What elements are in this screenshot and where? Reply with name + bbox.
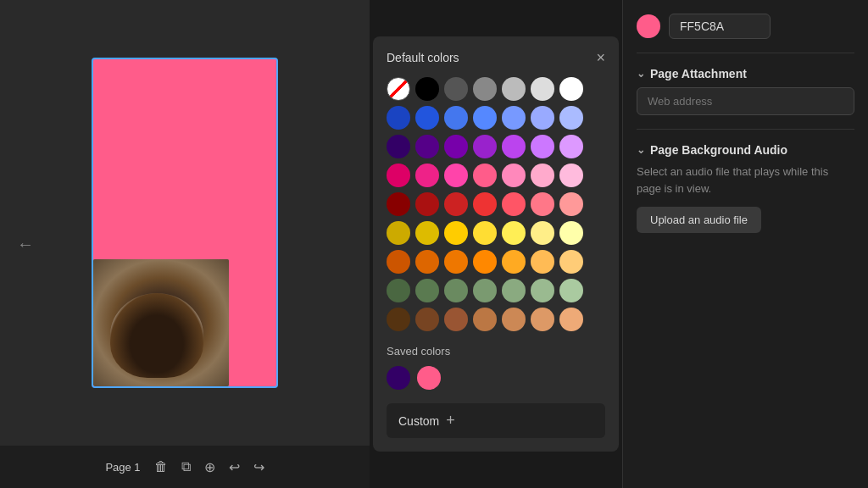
color-swatch-blue-royal[interactable]: [473, 106, 497, 130]
color-swatch-purple-pale[interactable]: [559, 135, 583, 158]
canvas-image: [93, 259, 229, 386]
color-swatch-pink-light[interactable]: [531, 164, 554, 187]
color-swatch-red-deep[interactable]: [415, 192, 439, 216]
color-swatch-brown-warm[interactable]: [444, 308, 468, 331]
delete-icon[interactable]: 🗑: [154, 459, 168, 474]
color-swatch-blue-periwinkle[interactable]: [502, 106, 526, 130]
custom-plus-icon: +: [446, 412, 455, 430]
page-label: Page 1: [105, 461, 140, 474]
color-swatch-green-pale[interactable]: [531, 279, 554, 302]
color-swatch-purple-medium[interactable]: [444, 135, 468, 158]
color-swatch-placeholder2[interactable]: [588, 106, 612, 130]
color-swatch-brown-medium[interactable]: [415, 308, 439, 331]
color-swatch-red-pink[interactable]: [502, 192, 526, 216]
color-swatch-orange-light[interactable]: [502, 250, 526, 274]
color-swatch-yellow-lighter[interactable]: [531, 221, 554, 245]
color-swatch-red-pale[interactable]: [559, 192, 583, 216]
color-swatch-yellow-bright[interactable]: [444, 221, 468, 245]
back-arrow-button[interactable]: ←: [17, 235, 34, 254]
color-swatch-orange-lightest[interactable]: [559, 250, 583, 274]
color-swatch-pink-medium[interactable]: [444, 164, 468, 187]
page-canvas: [92, 58, 278, 388]
color-swatch-pink-main[interactable]: [473, 164, 497, 187]
color-swatch-blue-dark[interactable]: [387, 106, 410, 130]
color-swatch-red-bright[interactable]: [473, 192, 497, 216]
color-swatch-green-light[interactable]: [502, 279, 526, 302]
color-swatch-placeholder9[interactable]: [588, 308, 612, 331]
color-swatch-transparent[interactable]: [387, 77, 410, 101]
color-swatch-blue-light[interactable]: [531, 106, 554, 130]
color-swatch-yellow-lightest[interactable]: [559, 221, 583, 245]
color-swatch-green-dark[interactable]: [387, 279, 410, 302]
color-swatch-blue-medium[interactable]: [415, 106, 439, 130]
color-swatch-orange-deep[interactable]: [415, 250, 439, 274]
color-swatch-placeholder4[interactable]: [588, 164, 612, 187]
color-swatch-placeholder[interactable]: [588, 77, 612, 101]
coffee-filter-shape: [110, 293, 203, 378]
color-swatch-pink-bright[interactable]: [415, 164, 439, 187]
audio-description: Select an audio file that plays while th…: [637, 164, 854, 197]
saved-color-swatch-pink-saved[interactable]: [417, 366, 441, 390]
close-button[interactable]: ×: [596, 50, 605, 65]
color-swatch-pink-hot[interactable]: [387, 164, 410, 187]
popup-title: Default colors: [387, 51, 459, 64]
color-swatch-green-bright[interactable]: [473, 279, 497, 302]
color-swatch-white[interactable]: [559, 77, 583, 101]
color-preview-circle: [637, 14, 660, 38]
color-swatch-orange-medium[interactable]: [444, 250, 468, 274]
saved-color-swatch-purple-saved[interactable]: [387, 366, 410, 390]
color-swatch-brown-pale[interactable]: [531, 308, 554, 331]
color-swatch-red-dark[interactable]: [387, 192, 410, 216]
page-attachment-heading: ⌄ Page Attachment: [637, 67, 854, 80]
copy-icon[interactable]: ⧉: [181, 459, 191, 474]
color-swatch-near-white[interactable]: [531, 77, 554, 101]
page-background-audio-section: ⌄ Page Background Audio Select an audio …: [637, 129, 854, 233]
color-swatch-red-light[interactable]: [531, 192, 554, 216]
hex-input[interactable]: [669, 14, 771, 39]
color-swatch-pink-soft[interactable]: [502, 164, 526, 187]
color-swatch-green-lightest[interactable]: [559, 279, 583, 302]
color-swatch-light-gray[interactable]: [502, 77, 526, 101]
color-swatch-purple-lavender[interactable]: [531, 135, 554, 158]
color-swatch-brown-tan[interactable]: [502, 308, 526, 331]
color-swatch-placeholder3[interactable]: [588, 135, 612, 158]
color-swatch-brown-lightest[interactable]: [559, 308, 583, 331]
color-swatch-yellow-light[interactable]: [473, 221, 497, 245]
add-page-icon[interactable]: ⊕: [204, 459, 215, 475]
color-swatch-brown-dark[interactable]: [387, 308, 410, 331]
redo-icon[interactable]: ↪: [253, 459, 264, 475]
color-swatch-black[interactable]: [415, 77, 439, 101]
web-address-input[interactable]: [637, 87, 854, 115]
color-swatch-placeholder6[interactable]: [588, 221, 612, 245]
color-swatch-medium-gray[interactable]: [473, 77, 497, 101]
color-swatch-green-sage[interactable]: [444, 279, 468, 302]
color-swatch-placeholder7[interactable]: [588, 250, 612, 274]
color-swatch-orange-dark[interactable]: [387, 250, 410, 274]
coffee-photo: [93, 259, 229, 386]
color-swatch-blue-bright[interactable]: [444, 106, 468, 130]
audio-chevron-icon: ⌄: [637, 144, 645, 156]
color-swatch-purple-deep[interactable]: [415, 135, 439, 158]
color-swatch-placeholder8[interactable]: [588, 279, 612, 302]
color-swatch-yellow-pale[interactable]: [502, 221, 526, 245]
color-swatch-purple-light[interactable]: [502, 135, 526, 158]
color-swatch-brown-light[interactable]: [473, 308, 497, 331]
color-swatch-orange-pale[interactable]: [531, 250, 554, 274]
color-swatch-yellow-medium[interactable]: [415, 221, 439, 245]
color-swatch-yellow-gold[interactable]: [387, 221, 410, 245]
color-swatch-purple-bright[interactable]: [473, 135, 497, 158]
color-swatch-red-medium[interactable]: [444, 192, 468, 216]
page-background-audio-title: Page Background Audio: [650, 143, 787, 157]
color-swatch-placeholder5[interactable]: [588, 192, 612, 216]
color-swatch-blue-pale[interactable]: [559, 106, 583, 130]
page-attachment-title: Page Attachment: [650, 67, 747, 80]
upload-audio-button[interactable]: Upload an audio file: [637, 207, 761, 233]
undo-icon[interactable]: ↩: [229, 459, 240, 475]
color-swatch-dark-gray[interactable]: [444, 77, 468, 101]
custom-row[interactable]: Custom +: [387, 403, 605, 438]
color-swatch-orange-bright[interactable]: [473, 250, 497, 274]
color-hex-row: [637, 14, 854, 39]
color-swatch-pink-pale[interactable]: [559, 164, 583, 187]
color-swatch-green-medium[interactable]: [415, 279, 439, 302]
color-swatch-purple-dark[interactable]: [387, 135, 410, 158]
